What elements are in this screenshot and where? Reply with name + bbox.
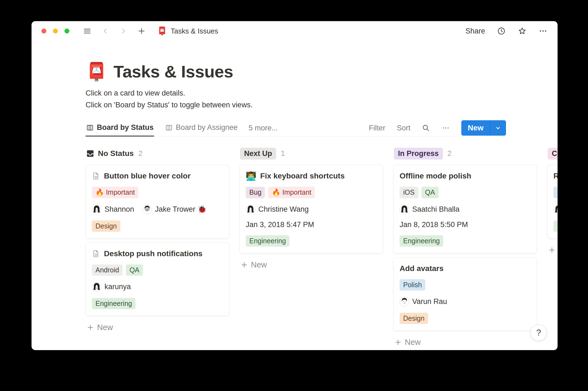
add-card-button[interactable]: New [547,245,558,255]
minimize-window-button[interactable] [53,29,58,33]
column-title-pill[interactable]: In Progress [394,148,443,160]
share-button[interactable]: Share [465,27,485,35]
board-column-in-progress: In Progress2Offline mode polishiOSQASaat… [393,148,537,347]
person: Varun Rau [400,297,447,306]
column-title-pill[interactable]: Next Up [240,148,276,160]
updates-clock-icon[interactable] [497,26,506,36]
column-cards: RPE [547,165,558,239]
card-title: R [553,172,558,180]
person-name: Christine Wang [258,205,309,214]
page-main: 📮 Tasks & Issues Click on a card to view… [32,41,558,350]
column-header: C [548,148,558,159]
column-count: 2 [138,149,143,158]
board-column-clipped-column: CRPENew [547,148,558,255]
woman-avatar [400,205,409,214]
more-options-icon[interactable] [538,26,548,36]
close-window-button[interactable] [41,29,46,33]
view-tabs: Board by Status Board by Assignee 5 more… [86,119,278,136]
tag-pill: Engineering [92,298,135,309]
views-toolbar: Board by Status Board by Assignee 5 more… [86,119,506,137]
card-people-row [553,205,558,214]
tag-pill: 🔥 Important [268,187,315,198]
column-count: 1 [281,149,285,158]
page-emoji: 📮 [86,63,108,80]
card[interactable]: 👨‍💻Fix keyboard shortcutsBug🔥 ImportantC… [239,165,383,253]
card-tags-row: Engineering [400,235,531,247]
plus-icon [548,246,556,254]
titlebar-page-title: Tasks & Issues [171,27,218,35]
column-title-pill[interactable]: C [548,148,558,160]
column-cards: Button blue hover color🔥 ImportantShanno… [86,165,229,316]
sort-button[interactable]: Sort [397,124,411,132]
tab-board-by-assignee[interactable]: Board by Assignee [165,119,238,136]
tag-pill: iOS [400,187,418,198]
tag-pill: P [553,187,558,198]
back-icon[interactable] [101,26,110,36]
card-date: Jan 3, 2018 5:47 PM [246,220,377,229]
filter-button[interactable]: Filter [369,124,385,132]
description-line: Click on 'Board by Status' to toggle bet… [86,99,558,111]
add-card-label: New [405,338,421,347]
person-name: Shannon [104,205,134,214]
woman-avatar [553,205,558,214]
column-header: No Status2 [86,148,229,159]
person-name: Jake Trower 🐞 [155,205,207,214]
inbox-icon [86,149,94,158]
tag-pill: 🔥 Important [92,187,138,198]
card-tags-row: Bug🔥 Important [246,187,377,198]
person: Jake Trower 🐞 [142,205,207,214]
card[interactable]: Add avatarsPolishVarun RauDesign [393,257,537,331]
person: Saatchi Bhalla [400,205,460,214]
new-button-chevron-down-icon[interactable] [490,120,506,136]
tab-board-by-status[interactable]: Board by Status [86,119,154,136]
card-title: Button blue hover color [104,172,191,180]
card-people-row: karunya [92,282,223,292]
person-name: karunya [104,283,131,291]
tab-label: Board by Assignee [176,123,238,132]
card[interactable]: Offline mode polishiOSQASaatchi BhallaJa… [393,165,537,253]
card-tags-row: E [553,220,558,232]
help-button[interactable]: ? [531,325,547,341]
tag-pill: QA [422,187,439,198]
board-view-icon [86,124,94,132]
view-options-ellipsis-icon[interactable] [442,124,450,132]
column-cards: 👨‍💻Fix keyboard shortcutsBug🔥 ImportantC… [239,165,383,253]
card-title-row: Button blue hover color [92,172,223,180]
column-title[interactable]: No Status [86,149,134,158]
favorite-star-icon[interactable] [518,26,527,36]
more-views-button[interactable]: 5 more... [248,119,278,136]
page-description: Click on a card to view details. Click o… [86,87,558,111]
new-button[interactable]: New [461,120,490,136]
tag-pill: Engineering [246,235,289,247]
tag-pill: QA [126,264,143,276]
man-avatar [400,297,409,306]
tag-pill: Polish [400,279,425,291]
page-title: Tasks & Issues [114,62,233,81]
breadcrumb[interactable]: 📮 Tasks & Issues [157,27,218,35]
zoom-window-button[interactable] [64,29,69,33]
add-card-button[interactable]: New [393,338,421,347]
card[interactable]: Desktop push notificationsAndroidQAkarun… [86,242,229,316]
card[interactable]: RPE [547,165,558,239]
new-page-icon[interactable] [137,26,146,36]
search-icon[interactable] [422,124,430,132]
add-card-button[interactable]: New [86,323,113,332]
forward-icon[interactable] [119,26,128,36]
card-tags-row: Polish [400,279,531,291]
sidebar-toggle-icon[interactable] [83,26,92,36]
woman-avatar [92,205,101,214]
card-title-row: Offline mode polish [400,172,531,180]
card-people-row: Christine Wang [246,205,377,214]
card-title-row: 👨‍💻Fix keyboard shortcuts [246,172,377,180]
add-card-button[interactable]: New [239,260,267,269]
app-window: 📮 Tasks & Issues Share 📮 Tasks & Issues [32,21,558,350]
card[interactable]: Button blue hover color🔥 ImportantShanno… [86,165,229,239]
column-header: Next Up1 [240,148,383,159]
board-column-next-up: Next Up1👨‍💻Fix keyboard shortcutsBug🔥 Im… [239,148,383,269]
add-card-label: New [251,260,267,269]
tag-pill: Design [92,220,120,232]
card-tags-row: Design [400,313,531,324]
card-tags-row: Engineering [92,298,223,309]
card-people-row: Saatchi Bhalla [400,205,531,214]
new-item-split-button: New [461,120,506,136]
